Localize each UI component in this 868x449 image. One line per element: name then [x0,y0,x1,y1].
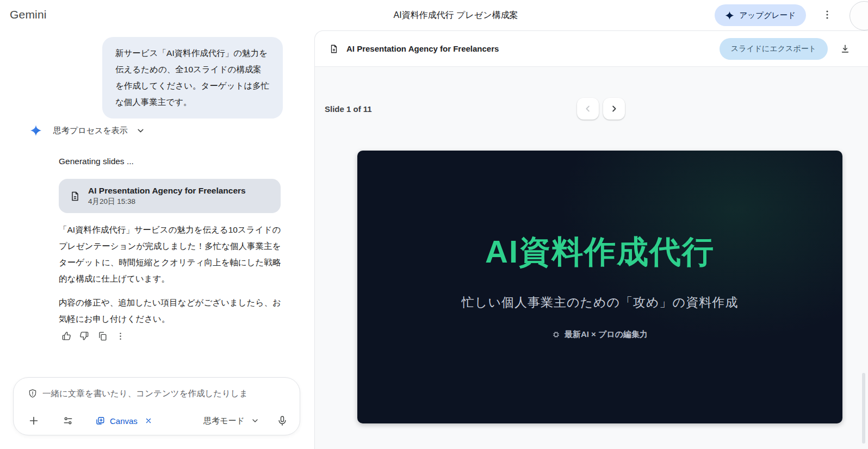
document-card[interactable]: AI Presentation Agency for Freelancers 4… [59,179,281,213]
conversation-title: AI資料作成代行 プレゼン構成案 [393,10,518,21]
response-paragraph: 「AI資料作成代行」サービスの魅力を伝える10スライドのプレゼンテーションが完成… [59,222,285,287]
prompt-composer: Canvas 思考モード [13,377,300,435]
composer-toolbar: Canvas 思考モード [28,415,288,427]
slide-subtitle: 忙しい個人事業主のための「攻め」の資料作成 [357,294,842,311]
document-icon [329,44,339,54]
shield-icon [28,389,38,398]
slide-navigation [577,98,625,120]
previous-slide-button[interactable] [577,98,599,120]
document-card-timestamp: 4月20日 15:38 [88,197,246,207]
thumbs-up-icon[interactable] [59,328,74,344]
sparkle-icon [725,11,734,20]
tune-icon[interactable] [63,415,73,426]
canvas-doc-title[interactable]: AI Presentation Agency for Freelancers [346,44,499,53]
chip-icon [552,330,560,339]
avatar[interactable] [850,1,868,30]
document-card-meta: AI Presentation Agency for Freelancers 4… [88,186,246,207]
chevron-down-icon [136,126,145,135]
response-paragraph: 内容の修正や、追加したい項目などがございましたら、お気軽にお申し付けください。 [59,295,285,327]
composer-input-row [28,389,289,398]
canvas-chip[interactable]: Canvas [95,416,152,426]
more-actions-icon[interactable] [113,328,128,344]
top-bar: Gemini AI資料作成代行 プレゼン構成案 アップグレード [0,0,868,30]
slide-counter: Slide 1 of 11 [325,104,372,114]
copy-icon[interactable] [95,328,110,344]
user-message-bubble: 新サービス「AI資料作成代行」の魅力を伝えるための、全10スライドの構成案を作成… [102,37,283,119]
upgrade-label: アップグレード [739,10,796,21]
thinking-mode-selector[interactable]: 思考モード [203,416,259,426]
gemini-sparkle-icon [30,124,42,136]
scrollbar[interactable] [862,373,865,444]
more-options-icon[interactable] [821,9,833,21]
chevron-left-icon [583,104,593,114]
canvas-header: AI Presentation Agency for Freelancers ス… [315,31,868,67]
download-icon[interactable] [840,43,851,54]
thought-toggle-label: 思考プロセスを表示 [53,126,128,136]
microphone-icon[interactable] [277,415,288,426]
upgrade-button[interactable]: アップグレード [715,4,806,26]
plus-icon[interactable] [28,415,40,427]
thinking-mode-label: 思考モード [203,416,245,426]
prompt-input[interactable] [42,389,289,398]
document-icon [70,191,80,202]
next-slide-button[interactable] [603,98,625,120]
chevron-right-icon [609,104,619,114]
slide-title: AI資料作成代行 [357,231,842,273]
chevron-down-icon [251,416,259,425]
export-to-slides-button[interactable]: スライドにエクスポート [720,38,828,60]
assistant-response: 「AI資料作成代行」サービスの魅力を伝える10スライドのプレゼンテーションが完成… [59,222,285,327]
canvas-chip-label: Canvas [110,416,138,426]
slide-tagline-text: 最新AI × プロの編集力 [565,329,648,340]
slide-preview[interactable]: AI資料作成代行 忙しい個人事業主のための「攻め」の資料作成 最新AI × プロ… [357,151,842,423]
canvas-icon [95,416,105,426]
slide-tagline: 最新AI × プロの編集力 [357,329,842,340]
gemini-logo[interactable]: Gemini [10,8,47,21]
thought-process-toggle[interactable]: 思考プロセスを表示 [30,124,145,136]
document-card-title: AI Presentation Agency for Freelancers [88,186,246,196]
generation-status: Generating slides ... [59,157,134,166]
thumbs-down-icon[interactable] [77,328,92,344]
message-actions [59,328,128,344]
canvas-close-icon[interactable] [145,417,152,425]
canvas-panel: AI Presentation Agency for Freelancers ス… [314,30,868,449]
